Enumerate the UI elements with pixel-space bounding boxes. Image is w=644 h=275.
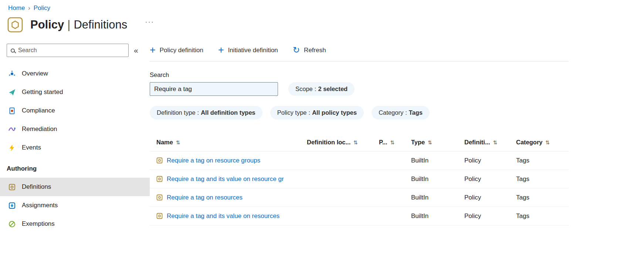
toolbar-divider <box>150 61 569 61</box>
sort-icon: ⇅ <box>546 140 550 145</box>
sidebar-item-remediation[interactable]: Remediation <box>0 120 150 138</box>
category-cell: Tags <box>516 175 569 183</box>
column-header-policies[interactable]: P... ⇅ <box>379 139 411 146</box>
policy-definition-icon <box>156 194 163 201</box>
page-header: Policy | Definitions ··· <box>0 12 644 33</box>
definition-link[interactable]: Require a tag on resources <box>167 194 243 201</box>
search-label: Search <box>150 71 569 78</box>
sidebar-item-getting-started[interactable]: Getting started <box>0 83 150 101</box>
type-cell: BuiltIn <box>411 175 464 183</box>
remediation-icon <box>8 126 16 133</box>
getting-started-icon <box>8 89 16 96</box>
sort-icon: ⇅ <box>493 140 498 145</box>
sidebar: « Overview <box>0 44 150 233</box>
filter-pill-policy-type[interactable]: Policy type : All policy types <box>270 106 364 120</box>
table-row: Require a tag on resources BuiltIn Polic… <box>150 188 569 207</box>
definition-link[interactable]: Require a tag on resource groups <box>167 157 260 164</box>
column-header-type[interactable]: Type ⇅ <box>411 139 464 146</box>
authoring-section-title: Authoring <box>0 157 150 178</box>
sort-icon: ⇅ <box>428 140 432 145</box>
sidebar-item-definitions[interactable]: Definitions <box>0 178 150 196</box>
definition-type-cell: Policy <box>464 212 516 220</box>
exemptions-icon <box>8 221 16 228</box>
definitions-pane: + Policy definition + Initiative definit… <box>150 44 569 233</box>
type-cell: BuiltIn <box>411 157 464 164</box>
policy-definition-icon <box>156 157 163 164</box>
collapse-sidebar-button[interactable]: « <box>129 46 138 55</box>
breadcrumb: Home › Policy <box>0 0 644 12</box>
table-row: Require a tag and its value on resources… <box>150 207 569 225</box>
definition-type-cell: Policy <box>464 175 516 183</box>
filter-pill-category[interactable]: Category : Tags <box>372 106 430 120</box>
definition-search-input[interactable] <box>150 82 278 96</box>
sidebar-item-compliance[interactable]: Compliance <box>0 101 150 120</box>
sort-icon: ⇅ <box>176 140 180 145</box>
type-cell: BuiltIn <box>411 212 464 220</box>
sort-icon: ⇅ <box>390 140 395 145</box>
table-row: Require a tag on resource groups BuiltIn… <box>150 151 569 170</box>
definitions-icon <box>8 184 16 191</box>
sidebar-item-exemptions[interactable]: Exemptions <box>0 215 150 233</box>
column-header-definition-type[interactable]: Definiti... ⇅ <box>464 139 516 146</box>
policy-definition-icon <box>156 176 163 182</box>
policy-icon <box>7 17 23 33</box>
type-cell: BuiltIn <box>411 194 464 201</box>
overview-icon <box>8 70 16 77</box>
category-cell: Tags <box>516 194 569 201</box>
sidebar-search-box <box>7 44 129 57</box>
breadcrumb-home-link[interactable]: Home <box>8 4 25 12</box>
plus-icon: + <box>150 46 156 54</box>
sidebar-item-events[interactable]: Events <box>0 138 150 157</box>
category-cell: Tags <box>516 157 569 164</box>
sort-icon: ⇅ <box>353 140 358 145</box>
definition-link[interactable]: Require a tag and its value on resource … <box>167 175 284 183</box>
definition-type-cell: Policy <box>464 157 516 164</box>
column-header-definition-location[interactable]: Definition loc... ⇅ <box>307 139 379 146</box>
more-options-button[interactable]: ··· <box>145 18 154 26</box>
sidebar-nav: Overview Getting started <box>0 64 150 157</box>
compliance-icon <box>8 107 16 114</box>
definition-link[interactable]: Require a tag and its value on resources <box>167 212 279 220</box>
filter-pill-scope[interactable]: Scope : 2 selected <box>288 82 355 96</box>
plus-icon: + <box>218 46 224 54</box>
command-bar: + Policy definition + Initiative definit… <box>150 44 569 57</box>
policy-definition-button[interactable]: + Policy definition <box>150 47 203 54</box>
refresh-icon: ↻ <box>293 46 300 54</box>
category-cell: Tags <box>516 212 569 220</box>
table-row: Require a tag and its value on resource … <box>150 170 569 188</box>
chevron-right-icon: › <box>28 5 30 11</box>
refresh-button[interactable]: ↻ Refresh <box>293 47 326 54</box>
search-icon <box>11 48 15 53</box>
sidebar-item-assignments[interactable]: Assignments <box>0 196 150 215</box>
column-header-name[interactable]: Name ⇅ <box>150 139 307 146</box>
filter-pill-definition-type[interactable]: Definition type : All definition types <box>150 106 262 120</box>
breadcrumb-policy-link[interactable]: Policy <box>34 4 50 12</box>
sidebar-item-overview[interactable]: Overview <box>0 64 150 83</box>
page-title: Policy | Definitions <box>30 18 127 31</box>
column-header-category[interactable]: Category ⇅ <box>516 139 569 146</box>
table-header: Name ⇅ Definition loc... ⇅ P... ⇅ Type ⇅… <box>150 134 569 151</box>
lightning-bolt-icon <box>8 144 16 151</box>
assignments-icon <box>8 202 16 209</box>
policy-definition-icon <box>156 213 163 219</box>
definitions-table: Name ⇅ Definition loc... ⇅ P... ⇅ Type ⇅… <box>150 134 569 225</box>
sidebar-search-input[interactable] <box>18 47 125 54</box>
definition-type-cell: Policy <box>464 194 516 201</box>
initiative-definition-button[interactable]: + Initiative definition <box>218 47 278 54</box>
